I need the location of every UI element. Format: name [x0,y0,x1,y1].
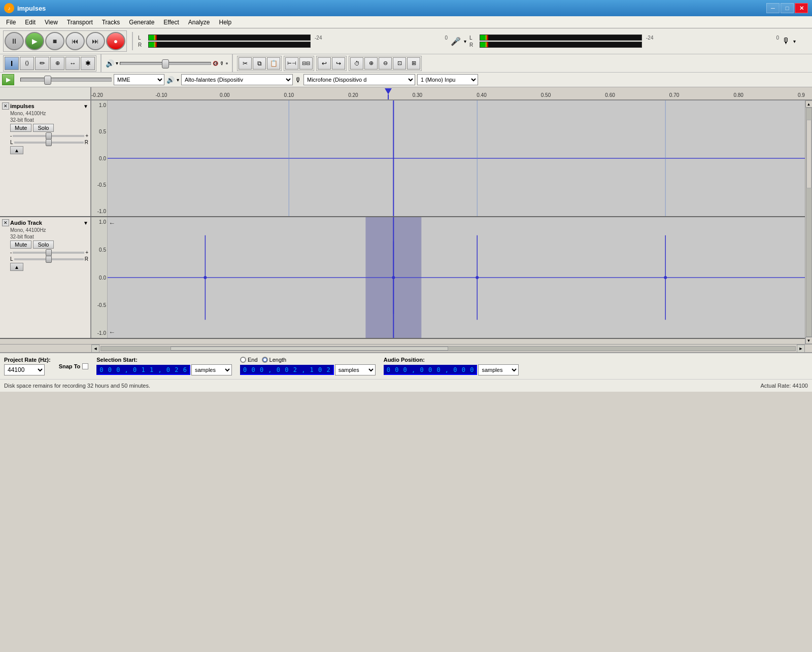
undo-button[interactable]: ↩ [318,57,331,70]
volume-thumb[interactable] [162,59,169,68]
input-device-dropdown[interactable]: Microfone (Dispositivo d [303,74,415,85]
scrollbar-track[interactable] [806,108,812,337]
volume-dropdown-btn[interactable]: ▾ [116,60,118,66]
end-radio-label[interactable]: End [240,357,258,363]
cut-button[interactable]: ✂ [239,57,252,70]
scrollbar-up[interactable]: ▲ [805,100,813,108]
menu-analyze[interactable]: Analyze [184,18,214,27]
track-2-info1: Mono, 44100Hz [10,227,88,233]
output-device-dropdown[interactable]: Alto-falantes (Dispositiv [181,74,293,85]
track-2-gain-slider[interactable] [13,252,84,254]
output-vol-dropdown[interactable]: ▾ [177,77,179,83]
snap-slider-thumb[interactable] [44,76,51,85]
track-1-gain-slider[interactable] [13,135,84,137]
zoom-out-button[interactable]: ⊖ [379,57,392,70]
track-1-mute[interactable]: Mute [10,124,31,132]
h-scroll-track[interactable] [100,346,796,351]
play-small-button[interactable]: ▶ [2,74,14,85]
menu-file[interactable]: File [2,18,20,27]
menu-transport[interactable]: Transport [63,18,97,27]
zoom-in-button[interactable]: ⊕ [364,57,378,70]
track-1-pan-slider[interactable] [14,142,84,144]
play-button[interactable]: ▶ [25,32,44,50]
track-2-gain-minus: - [10,250,12,255]
draw-tool[interactable]: ✏ [35,57,49,70]
snap-slider[interactable] [20,78,112,82]
selection-end-unit[interactable]: samples [335,364,376,375]
vertical-scrollbar[interactable]: ▲ ▼ [805,100,812,344]
length-radio-label[interactable]: Length [262,357,287,363]
track-2-waveform[interactable]: ← ← [108,217,805,338]
right-meter-scale: -24 0 [646,35,779,41]
selection-start-unit[interactable]: samples [191,364,232,375]
ruler-tick-020: 0.20 [348,92,358,98]
pause-button[interactable]: ⏸ [5,32,24,50]
envelope-tool[interactable]: ⟨⟩ [20,57,34,70]
project-rate-dropdown[interactable]: 44100 [4,364,45,375]
track-2-gain-thumb[interactable] [46,249,52,256]
track-1-close[interactable]: ✕ [2,102,9,110]
h-scroll-right[interactable]: ► [797,345,805,353]
audio-position-value[interactable]: 0 0 0 , 0 0 0 , 0 0 0 [384,365,478,375]
stop-button[interactable]: ■ [45,32,64,50]
menu-tracks[interactable]: Tracks [98,18,124,27]
tracks-scroll-area[interactable]: ✕ impulses ▼ Mono, 44100Hz 32-bit float … [0,100,805,344]
track-2-dropdown[interactable]: ▼ [83,220,88,226]
mic-icon[interactable]: 🎙 [782,37,790,46]
minimize-button[interactable]: ─ [766,3,780,13]
end-radio[interactable] [240,357,246,363]
length-radio[interactable] [262,357,268,363]
zoom-fit-button[interactable]: ⊞ [407,57,420,70]
clock-button[interactable]: ⏱ [350,57,363,70]
track-2-close[interactable]: ✕ [2,219,9,226]
track-2-collapse[interactable]: ▲ [10,263,23,271]
tracks-wrapper: ✕ impulses ▼ Mono, 44100Hz 32-bit float … [0,100,812,344]
track-2-pan-slider[interactable] [14,258,84,260]
close-button[interactable]: ✕ [795,3,808,13]
selection-end-value[interactable]: 0 0 0 , 0 0 2 , 1 0 2 [240,365,334,375]
input-meter-dropdown[interactable]: ▾ [464,39,466,44]
menu-help[interactable]: Help [215,18,236,27]
audio-position-unit[interactable]: samples [478,364,519,375]
track-1-gain-thumb[interactable] [46,132,52,140]
menu-view[interactable]: View [41,18,62,27]
mic-dropdown[interactable]: ▾ [793,39,796,44]
select-tools-group: I ⟨⟩ ✏ ⊕ ↔ ✱ [3,55,96,72]
zoom-sel-button[interactable]: ⊡ [393,57,406,70]
track-2-pan-thumb[interactable] [46,256,52,263]
menu-generate[interactable]: Generate [125,18,158,27]
track-1-waveform[interactable] [108,100,805,216]
ffwd-button[interactable]: ⏭ [86,32,105,50]
undo-redo-group: ↩ ↪ [316,56,347,71]
restore-button[interactable]: □ [781,3,794,13]
input-meter-icon[interactable]: 🎤 [451,37,461,46]
track-1-pan-thumb[interactable] [46,139,52,146]
track-2-solo[interactable]: Solo [33,241,53,249]
scrollbar-thumb[interactable] [806,120,811,188]
menu-edit[interactable]: Edit [21,18,40,27]
menu-effect[interactable]: Effect [159,18,183,27]
scrollbar-down[interactable]: ▼ [805,337,813,344]
zoom-tool[interactable]: ⊕ [50,57,64,70]
multi-tool[interactable]: ✱ [81,57,95,70]
track-2-mute[interactable]: Mute [10,241,31,249]
timeshift-tool[interactable]: ↔ [65,57,80,70]
channels-dropdown[interactable]: 1 (Mono) Inpu [417,74,478,85]
track-1-collapse[interactable]: ▲ [10,146,23,154]
driver-dropdown[interactable]: MME [114,74,164,85]
paste-button[interactable]: 📋 [267,57,280,70]
snap-to-checkbox[interactable] [82,363,88,369]
selection-start-value[interactable]: 0 0 0 , 0 1 1 , 0 2 6 [96,365,190,375]
rewind-button[interactable]: ⏮ [65,32,85,50]
record-button[interactable]: ● [106,32,125,50]
silence-button[interactable]: ⊟⊟ [299,57,313,70]
volume-slider[interactable] [120,62,211,65]
copy-button[interactable]: ⧉ [253,57,266,70]
trim-button[interactable]: ⊢⊣ [285,57,298,70]
track-1-dropdown[interactable]: ▼ [83,104,88,109]
cursor-tool[interactable]: I [5,57,19,70]
h-scroll-thumb[interactable] [171,347,448,351]
track-1-solo[interactable]: Solo [33,124,53,132]
redo-button[interactable]: ↪ [332,57,345,70]
h-scroll-left[interactable]: ◄ [91,345,99,353]
